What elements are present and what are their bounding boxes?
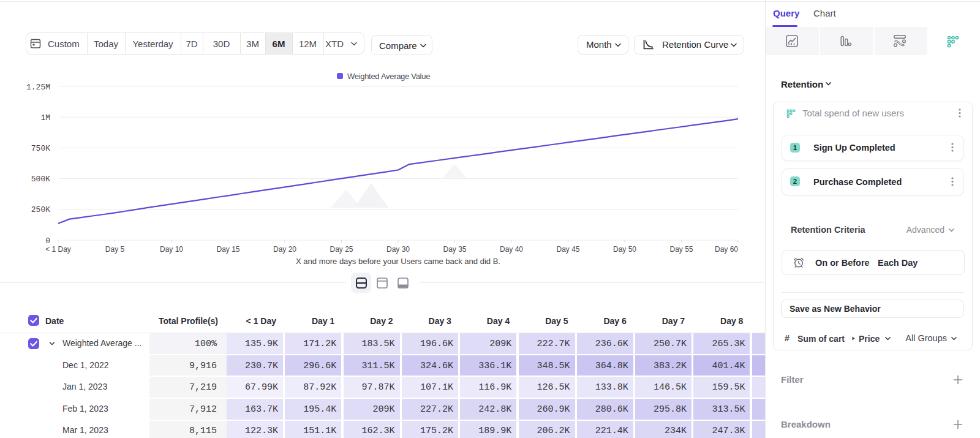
- svg-text:1.25M: 1.25M: [26, 83, 50, 92]
- svg-text:X and more days before your Us: X and more days before your Users came b…: [296, 257, 500, 266]
- svg-text:Day 55: Day 55: [669, 245, 693, 254]
- svg-text:Day 60: Day 60: [715, 245, 738, 254]
- svg-text:750K: 750K: [31, 144, 50, 153]
- svg-text:250K: 250K: [31, 205, 50, 214]
- svg-text:Day 10: Day 10: [160, 245, 183, 254]
- svg-text:Day 40: Day 40: [500, 245, 523, 254]
- svg-text:Day 25: Day 25: [330, 245, 353, 254]
- svg-text:1M: 1M: [40, 113, 50, 123]
- svg-text:0: 0: [45, 236, 50, 246]
- svg-text:Day 15: Day 15: [216, 245, 239, 254]
- svg-text:Day 20: Day 20: [273, 245, 296, 254]
- svg-text:Day 5: Day 5: [105, 245, 125, 254]
- svg-text:< 1 Day: < 1 Day: [45, 245, 71, 254]
- svg-text:Day 30: Day 30: [386, 245, 410, 254]
- svg-text:Day 50: Day 50: [613, 245, 636, 254]
- svg-text:Day 35: Day 35: [443, 245, 466, 254]
- svg-text:500K: 500K: [31, 175, 50, 184]
- svg-text:Day 45: Day 45: [556, 245, 579, 254]
